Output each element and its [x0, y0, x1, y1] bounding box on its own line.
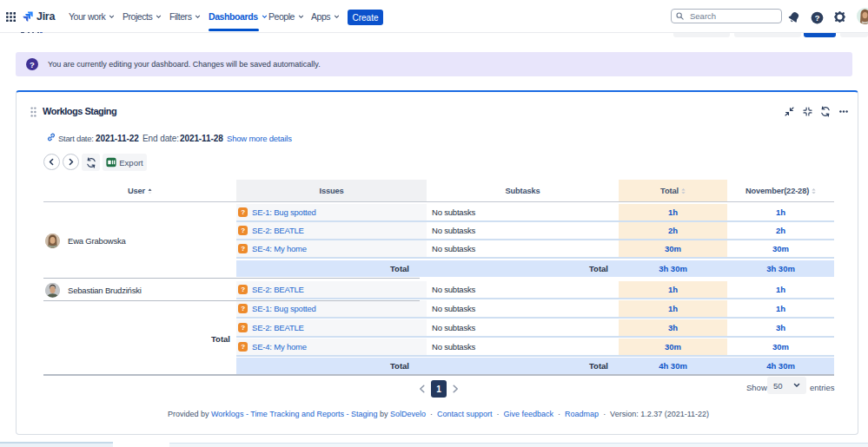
svg-text:?: ? — [815, 14, 820, 23]
